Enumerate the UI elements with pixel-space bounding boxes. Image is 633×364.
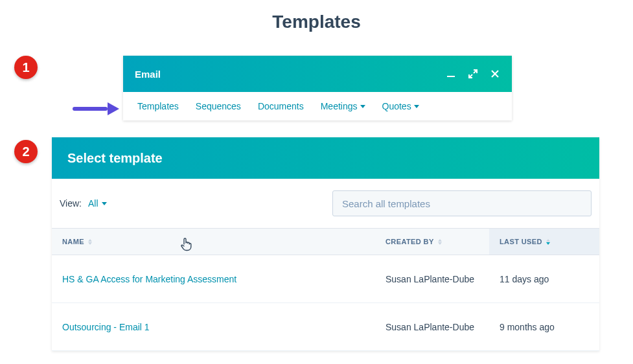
annotation-arrow [73,101,122,117]
select-template-toolbar: View: All [52,179,599,228]
table-row[interactable]: HS & GA Access for Marketing Assessment … [52,255,599,303]
sort-icon [88,239,92,245]
svg-rect-0 [447,76,455,77]
template-name-link[interactable]: HS & GA Access for Marketing Assessment [52,274,386,284]
email-panel-header: Email [123,56,512,92]
annotation-badge-2: 2 [14,140,38,163]
annotation-badge-1: 1 [14,56,38,79]
minimize-icon[interactable] [446,69,456,79]
column-last-label: LAST USED [500,238,542,245]
page-title: Templates [0,0,633,44]
search-input[interactable] [332,190,592,216]
chevron-down-icon [360,105,365,108]
tab-quotes[interactable]: Quotes [382,101,419,111]
chevron-down-icon [102,202,107,205]
table-row[interactable]: Outsourcing - Email 1 Susan LaPlante-Dub… [52,303,599,351]
template-name-link[interactable]: Outsourcing - Email 1 [52,322,386,332]
select-template-title: Select template [67,151,163,166]
column-created-label: CREATED BY [386,238,434,245]
tab-meetings[interactable]: Meetings [321,101,365,111]
sort-icon [438,239,442,245]
sort-icon [546,239,550,245]
view-filter-value: All [88,198,98,209]
column-header-created-by[interactable]: CREATED BY [386,238,489,245]
select-template-header: Select template [52,137,599,179]
tab-meetings-label: Meetings [321,101,358,111]
chevron-down-icon [414,105,419,108]
email-panel-tabs: Templates Sequences Documents Meetings Q… [123,92,512,120]
email-panel-title: Email [135,69,161,80]
tab-sequences[interactable]: Sequences [196,101,241,111]
column-header-last-used[interactable]: LAST USED [489,229,599,255]
select-template-panel: Select template View: All NAME CREATED B… [52,137,599,351]
tab-documents[interactable]: Documents [258,101,304,111]
tab-quotes-label: Quotes [382,101,411,111]
template-last-used: 9 months ago [489,322,599,332]
templates-table-header: NAME CREATED BY LAST USED [52,228,599,255]
template-created-by: Susan LaPlante-Dube [386,274,489,284]
expand-icon[interactable] [468,69,478,79]
email-compose-panel: Email Templates Sequences Documents Meet… [123,56,512,120]
template-created-by: Susan LaPlante-Dube [386,322,489,332]
column-name-label: NAME [62,238,84,245]
view-label: View: [60,198,82,209]
column-header-name[interactable]: NAME [52,238,386,245]
view-filter-dropdown[interactable]: All [88,198,107,209]
template-last-used: 11 days ago [489,274,599,284]
close-icon[interactable] [490,69,500,79]
tab-templates[interactable]: Templates [137,101,179,111]
